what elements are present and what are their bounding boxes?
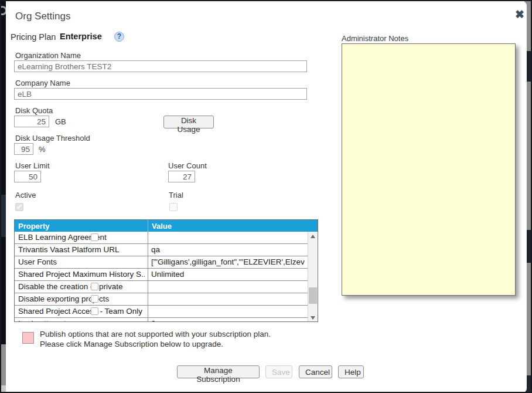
- disk-usage-threshold-unit: %: [39, 145, 46, 154]
- property-cell: Shared Project Access - Team Only: [18, 307, 145, 316]
- value-column-header: Value: [152, 222, 172, 231]
- column-divider: [148, 306, 148, 318]
- cancel-button[interactable]: Cancel: [299, 365, 332, 378]
- column-divider: [148, 318, 148, 322]
- value-cell[interactable]: ["'Gilligans',gilligan_font","'ELZEVIER'…: [151, 258, 305, 266]
- disk-usage-threshold-label: Disk Usage Threshold: [15, 134, 90, 143]
- row-value-checkbox[interactable]: [91, 295, 98, 303]
- value-cell[interactable]: qa: [151, 245, 305, 254]
- org-settings-dialog: Org Settings ✖ Pricing Plan Enterprise ?…: [6, 1, 527, 393]
- company-name-input[interactable]: [14, 88, 307, 100]
- column-divider: [148, 256, 148, 269]
- disk-usage-button[interactable]: Disk Usage: [163, 116, 214, 128]
- properties-table-body: ELB Learning Agreement Trivantis Vaast P…: [15, 232, 308, 322]
- property-cell: ELB Learning Agreement: [18, 233, 145, 242]
- active-checkbox[interactable]: [15, 203, 23, 211]
- value-cell[interactable]: 3: [151, 319, 305, 322]
- property-cell: Shared Project Maximum History S...: [18, 270, 145, 279]
- save-button: Save: [265, 365, 292, 378]
- property-cell: Disable exporting projects: [18, 294, 145, 303]
- property-cell: User Fonts: [18, 258, 145, 266]
- column-divider: [148, 281, 148, 293]
- row-value-checkbox[interactable]: [91, 233, 98, 241]
- dialog-title: Org Settings: [15, 11, 71, 22]
- table-row: Disable the creation of private: [15, 281, 308, 293]
- background-left-strip: [1, 385, 6, 393]
- administrator-notes-textarea[interactable]: [342, 43, 516, 296]
- organization-name-label: Organization Name: [15, 51, 81, 60]
- legend-text-line1: Publish options that are not supported w…: [40, 330, 271, 338]
- table-scrollbar[interactable]: [308, 232, 318, 322]
- scroll-up-icon[interactable]: [308, 232, 318, 241]
- scroll-down-icon[interactable]: [308, 313, 318, 322]
- table-row: User Fonts ["'Gilligans',gilligan_font",…: [15, 256, 308, 269]
- company-name-label: Company Name: [15, 79, 70, 87]
- close-icon[interactable]: ✖: [512, 7, 527, 22]
- background-left-strip: [1, 195, 6, 237]
- column-divider: [148, 244, 148, 256]
- disk-quota-input[interactable]: [14, 116, 49, 127]
- administrator-notes-label: Administrator Notes: [342, 34, 408, 43]
- property-cell: Trivantis Vaast Platform URL: [18, 245, 145, 254]
- background-left-strip: [1, 1, 6, 195]
- user-count-input[interactable]: [168, 171, 195, 182]
- legend-text-line2: Please click Manage Subscription below t…: [40, 340, 223, 348]
- table-row: Shared Project Access - Team Only: [15, 306, 308, 318]
- active-label: Active: [15, 191, 36, 199]
- column-divider: [148, 293, 148, 306]
- trial-checkbox[interactable]: [169, 203, 178, 211]
- org-settings-screen: Org Settings ✖ Pricing Plan Enterprise ?…: [0, 0, 532, 393]
- unsupported-publish-swatch: [22, 332, 34, 344]
- header-column-divider: [148, 220, 148, 232]
- disk-quota-unit: GB: [55, 117, 66, 126]
- row-value-checkbox[interactable]: [91, 307, 98, 315]
- table-row: ELB Learning Agreement: [15, 232, 308, 244]
- user-count-label: User Count: [168, 161, 207, 170]
- disk-quota-label: Disk Quota: [15, 106, 53, 115]
- properties-table: Property Value ELB Learning Agreement Tr…: [14, 219, 318, 322]
- manage-subscription-button[interactable]: Manage Subscription: [177, 365, 260, 378]
- background-left-strip: [1, 344, 6, 385]
- scrollbar-thumb[interactable]: [309, 287, 317, 304]
- disk-usage-threshold-input[interactable]: [14, 143, 33, 155]
- help-icon[interactable]: ?: [114, 32, 124, 42]
- user-limit-label: User Limit: [15, 161, 50, 170]
- property-cell: Login attempts: [18, 319, 145, 322]
- column-divider: [148, 269, 148, 281]
- property-column-header: Property: [18, 222, 49, 231]
- table-row: Trivantis Vaast Platform URL qa: [15, 244, 308, 256]
- trial-label: Trial: [169, 191, 183, 199]
- table-row: Login attempts 3: [15, 318, 308, 322]
- column-divider: [148, 232, 148, 244]
- user-limit-input[interactable]: [14, 171, 41, 182]
- background-left-strip: [1, 237, 6, 344]
- organization-name-input[interactable]: [14, 60, 307, 72]
- property-cell: Disable the creation of private: [18, 282, 145, 291]
- table-row: Shared Project Maximum History S... Unli…: [15, 269, 308, 281]
- help-button[interactable]: Help: [338, 365, 364, 378]
- pricing-plan-label: Pricing Plan: [11, 32, 56, 42]
- table-row: Disable exporting projects: [15, 293, 308, 306]
- value-cell[interactable]: Unlimited: [151, 270, 305, 279]
- pricing-plan-value: Enterprise: [60, 32, 102, 41]
- row-value-checkbox[interactable]: [91, 283, 98, 290]
- properties-table-header: Property Value: [15, 220, 318, 232]
